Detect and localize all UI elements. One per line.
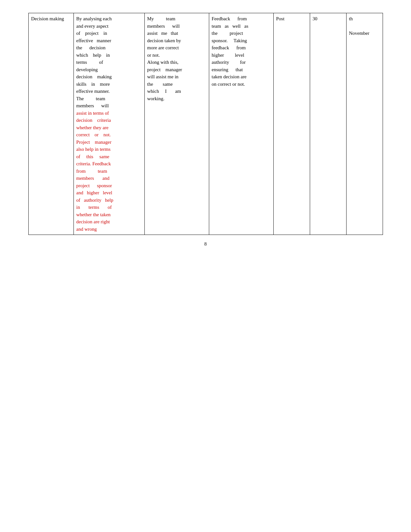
cell-col5: Post — [273, 13, 310, 235]
page-number: 8 — [28, 241, 383, 247]
cell-col3: My team members will assist me that deci… — [144, 13, 209, 235]
cell-col7: th November — [346, 13, 383, 235]
page-container: Decision making By analysing each and ev… — [28, 13, 383, 519]
cell-decision-making-label: Decision making — [28, 13, 73, 235]
cell-col4: Feedback from team as well as the projec… — [209, 13, 273, 235]
main-table: Decision making By analysing each and ev… — [28, 13, 383, 235]
table-row: Decision making By analysing each and ev… — [28, 13, 383, 235]
cell-col2: By analysing each and every aspect of pr… — [73, 13, 144, 235]
cell-col6: 30 — [310, 13, 346, 235]
